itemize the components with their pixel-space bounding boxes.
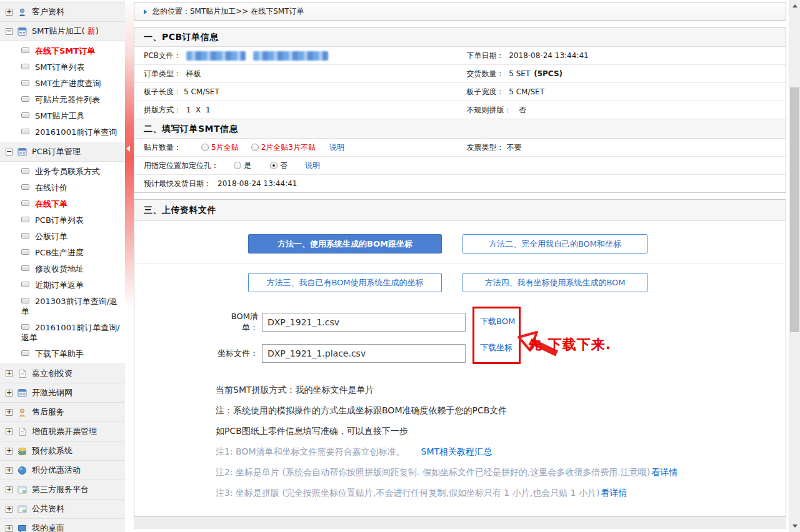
sidebar-item[interactable]: SMT贴片工具 bbox=[0, 108, 125, 124]
note-link[interactable]: 看详情 bbox=[601, 488, 627, 498]
section1-title: 一、PCB订单信息 bbox=[134, 27, 786, 47]
expand-icon[interactable]: + bbox=[6, 390, 12, 397]
field-value: 5 SET bbox=[506, 69, 530, 78]
sidebar-group-8[interactable]: +预付款系统 bbox=[0, 441, 125, 461]
info-row: 订单类型： 样板交货数量： 5 SET(5PCS) bbox=[134, 65, 786, 83]
note-link[interactable]: SMT相关教程汇总 bbox=[421, 446, 492, 456]
method-2-button[interactable]: 方法二、完全用我自己的BOM和坐标 bbox=[462, 234, 648, 254]
field-label: 订单类型： bbox=[144, 69, 181, 79]
expand-icon[interactable]: + bbox=[6, 467, 12, 474]
sidebar-item[interactable]: 20161001前订单查询/返单 bbox=[0, 320, 125, 346]
sidebar-group-7[interactable]: +增值税票开票管理 bbox=[0, 422, 125, 441]
sidebar-item[interactable]: 可贴片元器件列表 bbox=[0, 92, 125, 108]
radio-option[interactable]: 否 bbox=[270, 160, 288, 171]
sidebar-group-10[interactable]: +第三方服务平台 bbox=[0, 480, 125, 500]
sidebar-item[interactable]: 在线计价 bbox=[0, 180, 125, 196]
sidebar-item[interactable]: SMT订单列表 bbox=[0, 59, 125, 76]
sidebar-item[interactable]: 20161001前订单查询 bbox=[0, 124, 125, 140]
note-text: 当前SMT拼版方式：我的坐标文件是单片 bbox=[216, 385, 374, 395]
sidebar-group-3[interactable]: −PCB订单管理 bbox=[0, 142, 125, 162]
expand-icon[interactable]: + bbox=[6, 506, 12, 513]
locating-hole-help-link[interactable]: 说明 bbox=[305, 160, 320, 171]
sidebar-item[interactable]: 业务专员联系方式 bbox=[0, 164, 125, 180]
radio-option-label: 是 bbox=[244, 160, 251, 171]
method-3-button[interactable]: 方法三、我自已有BOM使用系统生成的坐标 bbox=[248, 273, 442, 292]
expand-icon[interactable]: + bbox=[6, 370, 12, 377]
radio-icon[interactable] bbox=[201, 144, 209, 151]
expand-icon[interactable]: + bbox=[6, 409, 12, 416]
sidebar-item[interactable]: 201303前订单查询/返单 bbox=[0, 293, 125, 320]
collapse-sidebar-icon[interactable] bbox=[126, 145, 130, 152]
sidebar-item-label: 下载下单助手 bbox=[35, 349, 84, 358]
radio-option[interactable]: 5片全贴 bbox=[201, 142, 239, 153]
scrollbar-thumb[interactable] bbox=[790, 87, 799, 332]
radio-option[interactable]: 2片全贴3片不贴 bbox=[251, 142, 316, 153]
sidebar-item[interactable]: 公板订单 bbox=[0, 229, 125, 245]
radio-option-label: 否 bbox=[280, 160, 288, 171]
note-line: 注3: 坐标是拼版 (完全按照坐标位置贴片,不会进行任何复制,假如坐标只有 1 … bbox=[216, 487, 786, 499]
sidebar-group-6[interactable]: +售后服务 bbox=[0, 403, 125, 422]
expand-icon[interactable]: + bbox=[6, 9, 12, 16]
bom-file-input[interactable] bbox=[262, 313, 466, 332]
note-text: 注1: BOM清单和坐标文件需要符合嘉立创标准。 bbox=[216, 446, 405, 456]
list-item-icon bbox=[21, 80, 29, 86]
note-link[interactable]: 看详情 bbox=[651, 467, 678, 477]
sidebar-item-label: SMT贴片工具 bbox=[35, 111, 84, 121]
sidebar-item-label: PCB订单列表 bbox=[35, 215, 84, 225]
radio-option[interactable]: 是 bbox=[234, 160, 251, 171]
collapse-icon[interactable]: − bbox=[6, 149, 12, 155]
sidebar-item-label: 近期订单返单 bbox=[35, 280, 84, 290]
expand-icon[interactable]: + bbox=[6, 428, 12, 435]
sidebar-item[interactable]: SMT生产进度查询 bbox=[0, 76, 125, 92]
sidebar-item[interactable]: 下载下单助手 bbox=[0, 346, 125, 362]
sidebar-group-12[interactable]: +我的桌面 bbox=[0, 519, 125, 532]
radio-checked-icon[interactable] bbox=[270, 162, 278, 169]
sidebar-item[interactable]: PCB订单列表 bbox=[0, 212, 125, 229]
sidebar-group-4[interactable]: +嘉立创投资 bbox=[0, 364, 125, 383]
coord-file-input[interactable] bbox=[262, 344, 466, 363]
sidebar-group-label: 预付款系统 bbox=[32, 445, 72, 456]
note-line: 注：系统使用的模拟操作的方式生成坐标跟BOM准确度依赖于您的PCB文件 bbox=[216, 405, 786, 416]
info-row-right: 下单日期： 2018-08-24 13:44:41 bbox=[466, 51, 588, 61]
radio-icon[interactable] bbox=[234, 162, 241, 169]
sidebar-item[interactable]: 近期订单返单 bbox=[0, 277, 125, 293]
note-text: 注：系统使用的模拟操作的方式生成坐标跟BOM准确度依赖于您的PCB文件 bbox=[216, 405, 507, 415]
sidebar-item[interactable]: PCB生产进度 bbox=[0, 245, 125, 261]
expand-icon[interactable]: + bbox=[6, 525, 12, 532]
locating-hole-row: 用指定位置加定位孔： 是否 说明 bbox=[134, 157, 786, 175]
sidebar-item[interactable]: 修改收货地址 bbox=[0, 261, 125, 277]
sidebar-group-1[interactable]: +客户资料 bbox=[0, 2, 125, 22]
main-scrollbar[interactable] bbox=[789, 0, 800, 532]
sidebar-group-label: 嘉立创投资 bbox=[32, 368, 72, 379]
sidebar-group-5[interactable]: +开激光钢网 bbox=[0, 383, 125, 403]
doc-icon bbox=[18, 427, 27, 436]
coins-icon bbox=[18, 446, 27, 456]
expand-icon[interactable]: + bbox=[6, 486, 12, 493]
ship-date-label: 预计最快发货日期： bbox=[144, 179, 211, 189]
download-bom-link[interactable]: 下载BOM bbox=[480, 316, 519, 327]
note-text: 如PCB图纸上零件信息填写准确，可以直接下一步 bbox=[216, 426, 408, 436]
scroll-down-icon[interactable] bbox=[789, 521, 800, 531]
info-row-right: 板子宽度： 5 CM/SET bbox=[466, 87, 544, 97]
invoice-type: 发票类型： 不要 bbox=[466, 142, 521, 153]
download-coord-link[interactable]: 下载坐标 bbox=[480, 342, 519, 353]
list-item-icon bbox=[21, 265, 29, 271]
method-4-button[interactable]: 方法四、我有坐标使用系统生成的BOM bbox=[462, 273, 648, 292]
coord-file-label: 坐标文件： bbox=[216, 348, 258, 359]
sidebar-group-11[interactable]: +公共资料 bbox=[0, 500, 125, 519]
sidebar-item[interactable]: 在线下单 bbox=[0, 196, 125, 212]
sidebar-group-2[interactable]: −SMT贴片加工( 新) bbox=[0, 22, 125, 41]
method-1-button[interactable]: 方法一、使用系统生成的BOM跟坐标 bbox=[248, 234, 442, 254]
smt-quantity-help-link[interactable]: 说明 bbox=[329, 142, 344, 153]
sidebar-item[interactable]: 在线下SMT订单 bbox=[0, 43, 125, 59]
sidebar-group-9[interactable]: +积分优惠活动 bbox=[0, 461, 125, 480]
list-item-icon bbox=[21, 249, 29, 255]
info-row: 拼版方式： 1 X 1不规则拼版： 否 bbox=[134, 101, 786, 119]
expand-icon[interactable]: + bbox=[6, 448, 12, 455]
collapse-icon[interactable]: − bbox=[6, 28, 12, 35]
sidebar-splitter[interactable] bbox=[125, 0, 134, 532]
panel-icon bbox=[18, 485, 27, 495]
note-line: 如PCB图纸上零件信息填写准确，可以直接下一步 bbox=[216, 425, 786, 437]
scroll-up-icon[interactable] bbox=[789, 1, 800, 11]
radio-icon[interactable] bbox=[251, 144, 259, 151]
